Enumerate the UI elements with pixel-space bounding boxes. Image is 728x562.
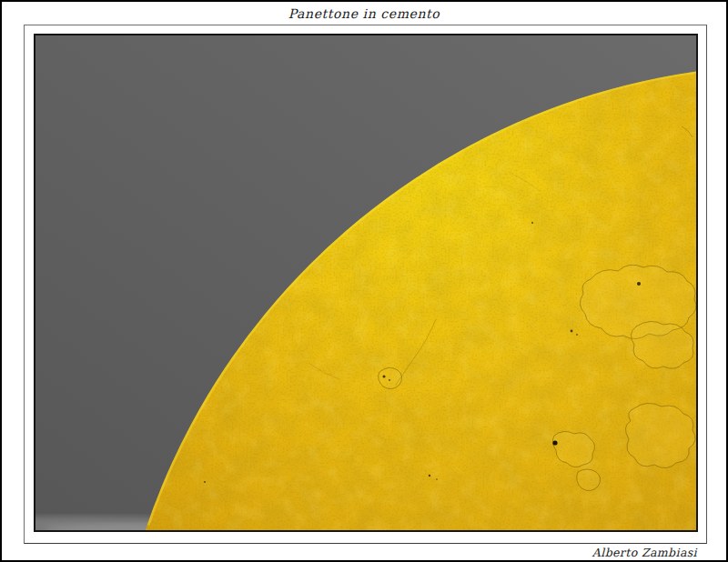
- photographer-signature: Alberto Zambiasi: [592, 545, 697, 560]
- photo-area: [34, 34, 698, 532]
- photo-title: Panettone in cemento: [2, 5, 726, 22]
- framed-photo-page: Panettone in cemento: [0, 0, 728, 562]
- photo-image: [35, 35, 696, 530]
